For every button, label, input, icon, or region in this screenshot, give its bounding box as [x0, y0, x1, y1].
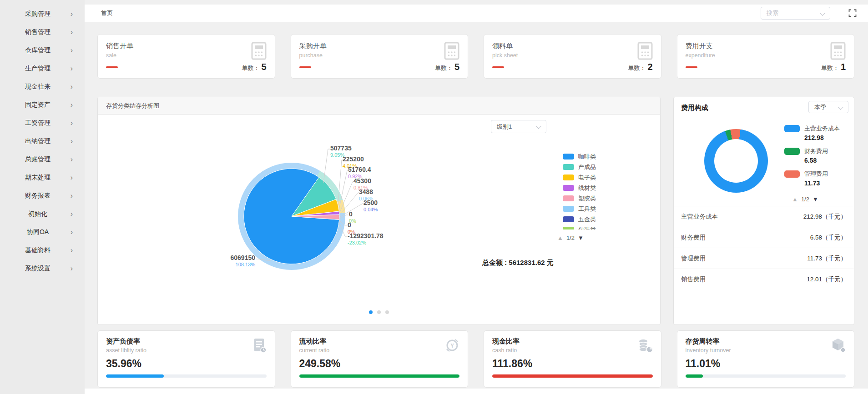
expense-row-finance[interactable]: 财务费用 6.58（千元） — [674, 227, 854, 248]
progress-fill — [299, 374, 460, 378]
sidebar-item-purchase-mgmt[interactable]: 采购管理› — [0, 5, 85, 23]
kpi-cards-row: 资产负债率 asset liblity ratio 35.96% 流动比率 cu… — [97, 330, 854, 388]
legend-item-plastic[interactable]: 塑胶类 — [563, 193, 596, 204]
chevron-right-icon: › — [71, 174, 73, 181]
calculator-icon — [444, 42, 459, 62]
page-down-icon[interactable]: ▼ — [812, 196, 818, 202]
sidebar-item-warehouse-mgmt[interactable]: 仓库管理› — [0, 41, 85, 60]
sidebar-item-cash-flow[interactable]: 现金往来› — [0, 78, 85, 96]
sidebar-item-basic-data[interactable]: 基础资料› — [0, 241, 85, 259]
kpi-card-inventory-turnover[interactable]: 存货周转率 inventory turnover 11.01% — [677, 330, 855, 388]
progress-fill — [106, 374, 164, 378]
stat-card-expenditure[interactable]: 费用开支 expenditure 单数：1 — [677, 34, 855, 79]
search-placeholder: 搜索 — [767, 9, 778, 17]
sidebar-item-initialization[interactable]: 初始化› — [0, 205, 85, 223]
chevron-right-icon: › — [71, 247, 73, 254]
legend-swatch — [563, 227, 574, 229]
doc-count: 1 — [841, 62, 846, 72]
page-down-icon[interactable]: ▼ — [578, 235, 584, 241]
fullscreen-icon[interactable] — [848, 9, 857, 18]
carousel-dots — [369, 310, 389, 314]
page-up-icon[interactable]: ▲ — [792, 196, 798, 202]
coin-stack-icon — [637, 337, 654, 355]
sidebar-item-payroll-mgmt[interactable]: 工资管理› — [0, 114, 85, 132]
chevron-right-icon: › — [71, 120, 73, 127]
sidebar-item-financial-reports[interactable]: 财务报表› — [0, 187, 85, 205]
progress-track — [492, 374, 653, 378]
legend-item-finance-expense[interactable]: 财务费用 6.58 — [784, 147, 840, 164]
legend-pager: ▲ 1/2 ▼ — [557, 234, 584, 241]
kpi-card-current-ratio[interactable]: 流动比率 current ratio ¥ 249.58% — [291, 330, 469, 388]
svg-text:¥: ¥ — [450, 342, 454, 349]
page-indicator: 1/2 — [801, 196, 809, 203]
legend-pager: ▲ 1/2 ▼ — [792, 196, 818, 203]
carousel-dot-active[interactable] — [369, 310, 373, 314]
period-select[interactable]: 本季 — [808, 101, 848, 113]
legend-swatch — [563, 216, 574, 222]
progress-track — [299, 374, 460, 378]
page-indicator: 1/2 — [566, 234, 575, 241]
kpi-card-cash-ratio[interactable]: 现金比率 cash ratio 111.86% — [484, 330, 661, 388]
sidebar-item-production-mgmt[interactable]: 生产管理› — [0, 60, 85, 78]
expense-row-admin[interactable]: 管理费用 11.73（千元） — [674, 248, 854, 269]
accent-dash — [299, 66, 311, 68]
kpi-card-asset-liability[interactable]: 资产负债率 asset liblity ratio 35.96% — [97, 330, 275, 388]
legend-item-finished[interactable]: 产成品 — [563, 162, 596, 172]
doc-count: 2 — [647, 62, 652, 72]
stat-card-sale[interactable]: 销售开单 sale 单数：5 — [97, 34, 275, 79]
sidebar-item-fixed-assets[interactable]: 固定资产› — [0, 96, 85, 114]
panel-title: 费用构成 — [681, 104, 708, 112]
erp-dashboard: 采购管理› 销售管理› 仓库管理› 生产管理› 现金往来› 固定资产› 工资管理… — [0, 0, 868, 394]
legend-item-tools[interactable]: 工具类 — [563, 204, 596, 214]
accent-dash — [492, 66, 504, 68]
pie-callout: -1292301.78-23.02% — [348, 232, 384, 246]
stat-card-pick-sheet[interactable]: 领料单 pick sheet 单数：2 — [484, 34, 661, 79]
coin-circulation-icon: ¥ — [444, 337, 460, 355]
total-amount: 总金额 : 5612831.62 元 — [482, 259, 554, 267]
chevron-right-icon: › — [71, 229, 73, 236]
doc-count: 5 — [454, 62, 459, 72]
sidebar-item-collaborative-oa[interactable]: 协同OA› — [0, 223, 85, 241]
legend-item-wire[interactable]: 线材类 — [563, 183, 596, 193]
chevron-down-icon — [820, 10, 825, 15]
sidebar-item-cashier-mgmt[interactable]: 出纳管理› — [0, 132, 85, 150]
accent-dash — [106, 66, 118, 68]
progress-fill — [686, 374, 703, 378]
chevron-right-icon: › — [71, 138, 73, 145]
legend-swatch — [563, 154, 574, 160]
carousel-dot[interactable] — [377, 310, 381, 314]
legend-item-main-cost[interactable]: 主营业务成本 212.98 — [784, 125, 840, 141]
legend-item-admin-expense[interactable]: 管理费用 11.73 — [784, 170, 840, 187]
expense-row-main-cost[interactable]: 主营业务成本 212.98（千元） — [674, 206, 854, 227]
chevron-right-icon: › — [71, 265, 73, 272]
page-up-icon[interactable]: ▲ — [557, 235, 563, 241]
legend-item-coffee[interactable]: 咖啡类 — [563, 151, 596, 162]
legend-item-packaging[interactable]: 包装类 — [563, 224, 596, 229]
legend-swatch — [563, 185, 574, 191]
chevron-right-icon: › — [71, 101, 73, 109]
pie-legend: 咖啡类 产成品 电子类 线材类 塑胶类 工具类 五金类 包装类 — [563, 151, 596, 229]
expense-composition-panel: 费用构成 本季 主营业务成本 212.98 财务费用 6.58 — [673, 97, 854, 325]
legend-item-electronics[interactable]: 电子类 — [563, 172, 596, 183]
legend-swatch — [563, 195, 574, 201]
stat-card-purchase[interactable]: 采购开单 purchase 单数：5 — [291, 34, 469, 79]
legend-item-hardware[interactable]: 五金类 — [563, 214, 596, 224]
chevron-right-icon: › — [71, 192, 73, 199]
legend-swatch — [563, 206, 574, 212]
chevron-right-icon: › — [71, 210, 73, 218]
package-box-icon — [830, 337, 847, 355]
main-content: 销售开单 sale 单数：5 采购开单 purchase 单数：5 领料单 — [85, 22, 868, 389]
pie-callout: 6069150108.13% — [215, 254, 255, 268]
chevron-right-icon: › — [71, 10, 73, 18]
sidebar-item-system-settings[interactable]: 系统设置› — [0, 259, 85, 278]
sidebar-item-sales-mgmt[interactable]: 销售管理› — [0, 23, 85, 41]
search-select[interactable]: 搜索 — [761, 7, 830, 20]
sidebar-item-period-end[interactable]: 期末处理› — [0, 169, 85, 187]
expense-row-sales[interactable]: 销售费用 12.01（千元） — [674, 269, 854, 289]
carousel-dot[interactable] — [385, 310, 389, 314]
topbar: 首页 搜索 — [85, 5, 868, 22]
doc-count: 5 — [261, 62, 266, 72]
sidebar-item-general-ledger[interactable]: 总账管理› — [0, 150, 85, 169]
donut-chart[interactable] — [704, 129, 768, 193]
tab-home[interactable]: 首页 — [101, 5, 113, 22]
